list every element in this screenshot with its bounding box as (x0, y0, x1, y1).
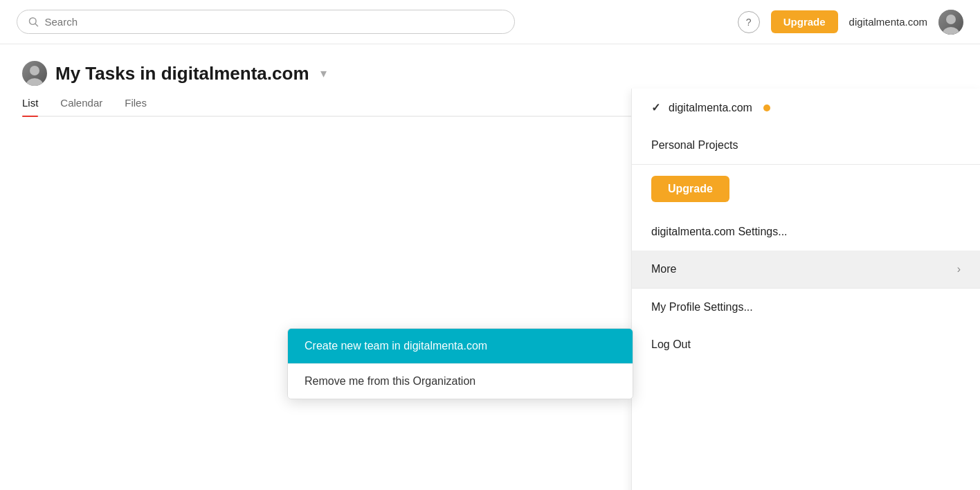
profile-settings-item[interactable]: My Profile Settings... (632, 289, 980, 326)
tab-calendar[interactable]: Calendar (60, 97, 102, 116)
org-item[interactable]: ✓ digitalmenta.com (632, 89, 980, 127)
personal-projects-label: Personal Projects (651, 139, 738, 152)
org-name-label: digitalmenta.com (849, 16, 927, 28)
avatar[interactable] (938, 10, 963, 35)
dropdown-upgrade-button[interactable]: Upgrade (651, 176, 729, 202)
dropdown-panel: ✓ digitalmenta.com Personal Projects Upg… (631, 89, 980, 490)
header: ? Upgrade digitalmenta.com (0, 0, 980, 44)
title-dropdown-icon[interactable]: ▾ (320, 66, 327, 81)
more-chevron-icon: › (957, 263, 961, 275)
settings-item[interactable]: digitalmenta.com Settings... (632, 213, 980, 251)
settings-label: digitalmenta.com Settings... (651, 226, 788, 238)
svg-line-1 (35, 24, 37, 26)
page-title-row: My Tasks in digitalmenta.com ▾ (22, 61, 958, 86)
search-bar[interactable] (17, 10, 515, 34)
upgrade-button[interactable]: Upgrade (771, 10, 838, 33)
avatar-image (938, 10, 963, 35)
page-title: My Tasks in digitalmenta.com (55, 63, 309, 84)
header-right: ? Upgrade digitalmenta.com (738, 10, 963, 35)
help-button[interactable]: ? (738, 11, 760, 33)
org-status-dot (763, 105, 770, 111)
remove-from-org-item[interactable]: Remove me from this Organization (288, 363, 633, 399)
svg-point-4 (30, 66, 39, 75)
personal-projects-item[interactable]: Personal Projects (632, 127, 980, 164)
tab-list[interactable]: List (22, 97, 38, 116)
logout-item[interactable]: Log Out (632, 326, 980, 363)
profile-settings-label: My Profile Settings... (651, 301, 753, 314)
svg-point-5 (26, 78, 43, 86)
main-content: My Tasks in digitalmenta.com ▾ List Cale… (0, 44, 980, 490)
context-menu: Create new team in digitalmenta.com Remo… (287, 328, 633, 399)
svg-point-3 (943, 27, 959, 35)
create-team-item[interactable]: Create new team in digitalmenta.com (288, 329, 633, 363)
more-label: More (651, 263, 676, 275)
page-title-avatar (22, 61, 47, 86)
logout-label: Log Out (651, 338, 691, 351)
more-item[interactable]: More › (632, 251, 980, 288)
org-item-label: digitalmenta.com (669, 102, 752, 114)
search-icon (28, 17, 39, 28)
svg-point-2 (946, 15, 956, 24)
check-icon: ✓ (651, 101, 660, 114)
divider-1 (632, 164, 980, 165)
tab-files[interactable]: Files (125, 97, 147, 116)
search-input[interactable] (44, 16, 503, 28)
